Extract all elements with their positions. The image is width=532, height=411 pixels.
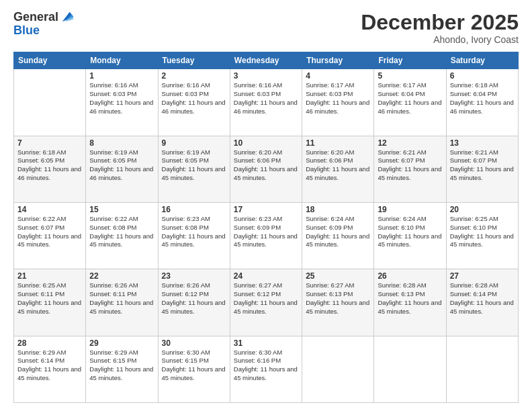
day-info: Sunrise: 6:29 AM Sunset: 6:14 PM Dayligh…	[17, 349, 82, 383]
day-info: Sunrise: 6:17 AM Sunset: 6:03 PM Dayligh…	[306, 81, 370, 116]
day-number: 23	[162, 271, 226, 281]
calendar-cell: 19Sunrise: 6:24 AM Sunset: 6:10 PM Dayli…	[374, 202, 446, 269]
calendar-cell: 14Sunrise: 6:22 AM Sunset: 6:07 PM Dayli…	[14, 202, 86, 269]
calendar-cell: 25Sunrise: 6:27 AM Sunset: 6:13 PM Dayli…	[302, 269, 374, 336]
calendar-week-row: 21Sunrise: 6:25 AM Sunset: 6:11 PM Dayli…	[14, 269, 519, 336]
day-number: 21	[17, 271, 82, 281]
day-info: Sunrise: 6:28 AM Sunset: 6:14 PM Dayligh…	[450, 281, 515, 316]
day-number: 27	[450, 271, 515, 281]
day-info: Sunrise: 6:24 AM Sunset: 6:09 PM Dayligh…	[306, 215, 370, 249]
day-info: Sunrise: 6:18 AM Sunset: 6:04 PM Dayligh…	[450, 81, 515, 116]
day-info: Sunrise: 6:19 AM Sunset: 6:05 PM Dayligh…	[162, 148, 226, 183]
calendar-cell: 13Sunrise: 6:21 AM Sunset: 6:07 PM Dayli…	[446, 136, 518, 202]
calendar-table: SundayMondayTuesdayWednesdayThursdayFrid…	[13, 52, 519, 403]
day-number: 10	[234, 138, 298, 148]
day-number: 17	[234, 205, 298, 214]
day-info: Sunrise: 6:22 AM Sunset: 6:07 PM Dayligh…	[17, 215, 82, 249]
day-info: Sunrise: 6:27 AM Sunset: 6:13 PM Dayligh…	[306, 281, 370, 316]
day-number: 16	[162, 205, 226, 214]
logo-general: General	[13, 11, 58, 24]
day-info: Sunrise: 6:23 AM Sunset: 6:09 PM Dayligh…	[234, 215, 298, 249]
calendar-cell: 31Sunrise: 6:30 AM Sunset: 6:16 PM Dayli…	[230, 336, 302, 402]
title-block: December 2025 Ahondo, Ivory Coast	[361, 11, 519, 45]
calendar-header-cell: Saturday	[446, 52, 518, 69]
calendar-cell: 4Sunrise: 6:17 AM Sunset: 6:03 PM Daylig…	[302, 69, 374, 136]
day-info: Sunrise: 6:16 AM Sunset: 6:03 PM Dayligh…	[162, 81, 226, 116]
day-number: 22	[89, 271, 154, 281]
day-number: 19	[378, 205, 442, 214]
day-info: Sunrise: 6:21 AM Sunset: 6:07 PM Dayligh…	[378, 148, 442, 183]
day-number: 29	[89, 338, 154, 348]
calendar-week-row: 14Sunrise: 6:22 AM Sunset: 6:07 PM Dayli…	[14, 202, 519, 269]
day-number: 25	[306, 271, 370, 281]
calendar-cell: 22Sunrise: 6:26 AM Sunset: 6:11 PM Dayli…	[86, 269, 158, 336]
day-info: Sunrise: 6:28 AM Sunset: 6:13 PM Dayligh…	[378, 281, 442, 316]
logo-text: General Blue	[13, 11, 58, 38]
day-info: Sunrise: 6:19 AM Sunset: 6:05 PM Dayligh…	[89, 148, 154, 183]
calendar-cell: 20Sunrise: 6:25 AM Sunset: 6:10 PM Dayli…	[446, 202, 518, 269]
calendar-cell: 28Sunrise: 6:29 AM Sunset: 6:14 PM Dayli…	[14, 336, 86, 402]
calendar-cell	[302, 336, 374, 402]
calendar-cell	[14, 69, 86, 136]
day-number: 24	[234, 271, 298, 281]
calendar-cell: 29Sunrise: 6:29 AM Sunset: 6:15 PM Dayli…	[86, 336, 158, 402]
day-number: 28	[17, 338, 82, 348]
calendar-cell: 16Sunrise: 6:23 AM Sunset: 6:08 PM Dayli…	[158, 202, 230, 269]
calendar-cell	[374, 336, 446, 402]
day-info: Sunrise: 6:24 AM Sunset: 6:10 PM Dayligh…	[378, 215, 442, 249]
day-number: 30	[162, 338, 226, 348]
day-number: 11	[306, 138, 370, 148]
day-number: 2	[162, 71, 226, 81]
calendar-cell: 3Sunrise: 6:16 AM Sunset: 6:03 PM Daylig…	[230, 69, 302, 136]
day-number: 31	[234, 338, 298, 348]
calendar-header-cell: Monday	[86, 52, 158, 69]
calendar-cell: 9Sunrise: 6:19 AM Sunset: 6:05 PM Daylig…	[158, 136, 230, 202]
calendar-cell: 12Sunrise: 6:21 AM Sunset: 6:07 PM Dayli…	[374, 136, 446, 202]
day-info: Sunrise: 6:27 AM Sunset: 6:12 PM Dayligh…	[234, 281, 298, 316]
day-info: Sunrise: 6:26 AM Sunset: 6:11 PM Dayligh…	[89, 281, 154, 316]
calendar-cell: 17Sunrise: 6:23 AM Sunset: 6:09 PM Dayli…	[230, 202, 302, 269]
day-number: 3	[234, 71, 298, 81]
header: General Blue December 2025 Ahondo, Ivory…	[13, 11, 519, 45]
calendar-week-row: 1Sunrise: 6:16 AM Sunset: 6:03 PM Daylig…	[14, 69, 519, 136]
day-info: Sunrise: 6:21 AM Sunset: 6:07 PM Dayligh…	[450, 148, 515, 183]
day-info: Sunrise: 6:16 AM Sunset: 6:03 PM Dayligh…	[89, 81, 154, 116]
logo: General Blue	[13, 11, 75, 38]
calendar-cell: 26Sunrise: 6:28 AM Sunset: 6:13 PM Dayli…	[374, 269, 446, 336]
day-info: Sunrise: 6:20 AM Sunset: 6:06 PM Dayligh…	[306, 148, 370, 183]
calendar-cell: 27Sunrise: 6:28 AM Sunset: 6:14 PM Dayli…	[446, 269, 518, 336]
day-info: Sunrise: 6:22 AM Sunset: 6:08 PM Dayligh…	[89, 215, 154, 249]
calendar-cell: 23Sunrise: 6:26 AM Sunset: 6:12 PM Dayli…	[158, 269, 230, 336]
day-number: 8	[89, 138, 154, 148]
location-subtitle: Ahondo, Ivory Coast	[361, 34, 519, 45]
day-number: 12	[378, 138, 442, 148]
calendar-cell: 5Sunrise: 6:17 AM Sunset: 6:04 PM Daylig…	[374, 69, 446, 136]
day-info: Sunrise: 6:30 AM Sunset: 6:15 PM Dayligh…	[162, 349, 226, 383]
logo-icon	[60, 9, 75, 24]
day-info: Sunrise: 6:20 AM Sunset: 6:06 PM Dayligh…	[234, 148, 298, 183]
calendar-header-cell: Friday	[374, 52, 446, 69]
day-info: Sunrise: 6:26 AM Sunset: 6:12 PM Dayligh…	[162, 281, 226, 316]
day-info: Sunrise: 6:18 AM Sunset: 6:05 PM Dayligh…	[17, 148, 82, 183]
calendar-cell: 18Sunrise: 6:24 AM Sunset: 6:09 PM Dayli…	[302, 202, 374, 269]
calendar-cell: 1Sunrise: 6:16 AM Sunset: 6:03 PM Daylig…	[86, 69, 158, 136]
logo-blue: Blue	[13, 24, 58, 38]
day-number: 13	[450, 138, 515, 148]
day-info: Sunrise: 6:25 AM Sunset: 6:11 PM Dayligh…	[17, 281, 82, 316]
day-info: Sunrise: 6:23 AM Sunset: 6:08 PM Dayligh…	[162, 215, 226, 249]
calendar-cell: 2Sunrise: 6:16 AM Sunset: 6:03 PM Daylig…	[158, 69, 230, 136]
day-number: 15	[89, 205, 154, 214]
calendar-header-cell: Wednesday	[230, 52, 302, 69]
calendar-cell: 8Sunrise: 6:19 AM Sunset: 6:05 PM Daylig…	[86, 136, 158, 202]
day-info: Sunrise: 6:25 AM Sunset: 6:10 PM Dayligh…	[450, 215, 515, 249]
calendar-week-row: 7Sunrise: 6:18 AM Sunset: 6:05 PM Daylig…	[14, 136, 519, 202]
calendar-cell: 15Sunrise: 6:22 AM Sunset: 6:08 PM Dayli…	[86, 202, 158, 269]
calendar-cell: 11Sunrise: 6:20 AM Sunset: 6:06 PM Dayli…	[302, 136, 374, 202]
day-number: 9	[162, 138, 226, 148]
day-info: Sunrise: 6:29 AM Sunset: 6:15 PM Dayligh…	[89, 349, 154, 383]
calendar-header-cell: Sunday	[14, 52, 86, 69]
calendar-cell	[446, 336, 518, 402]
calendar-cell: 7Sunrise: 6:18 AM Sunset: 6:05 PM Daylig…	[14, 136, 86, 202]
day-info: Sunrise: 6:17 AM Sunset: 6:04 PM Dayligh…	[378, 81, 442, 116]
day-number: 5	[378, 71, 442, 81]
